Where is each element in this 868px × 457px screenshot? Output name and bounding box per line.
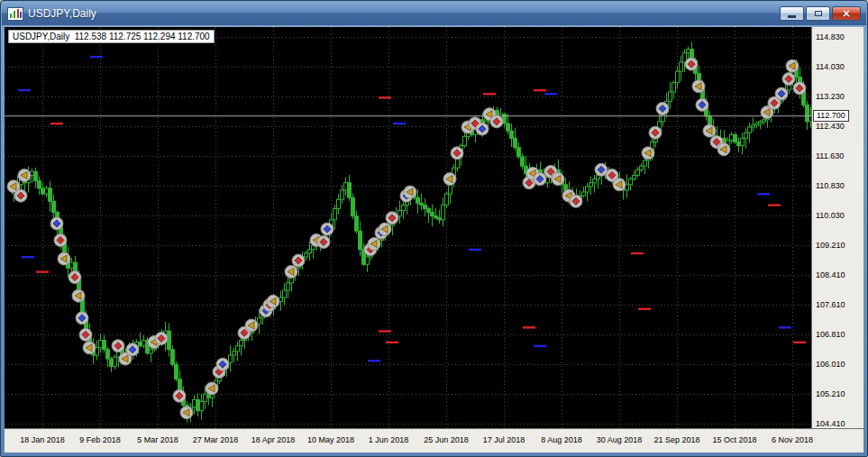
price-tick-label: 111.630 bbox=[816, 151, 844, 160]
trade-marker[interactable] bbox=[76, 312, 88, 324]
ohlc-info-label: USDJPY,Daily 112.538 112.725 112.294 112… bbox=[8, 30, 215, 43]
trade-marker[interactable] bbox=[72, 289, 85, 302]
price-tick-label: 110.830 bbox=[816, 181, 845, 190]
candle bbox=[333, 209, 337, 220]
trade-marker[interactable] bbox=[782, 73, 795, 86]
trade-marker[interactable] bbox=[292, 254, 305, 267]
trade-marker[interactable] bbox=[703, 124, 716, 137]
trade-level-dash bbox=[544, 93, 557, 95]
trade-marker[interactable] bbox=[245, 319, 258, 332]
candle bbox=[427, 209, 431, 213]
trade-marker[interactable] bbox=[173, 389, 186, 402]
date-tick-label: 21 Sep 2018 bbox=[653, 435, 699, 444]
trade-level-dash bbox=[469, 249, 481, 251]
candle bbox=[510, 131, 514, 138]
candle bbox=[745, 133, 748, 138]
candle bbox=[229, 355, 233, 362]
date-tick-label: 25 Jun 2018 bbox=[424, 435, 469, 444]
restore-button[interactable] bbox=[806, 6, 830, 21]
candle bbox=[114, 357, 117, 366]
candle bbox=[589, 183, 593, 187]
titlebar[interactable]: USDJPY,Daily × bbox=[2, 2, 866, 25]
candle bbox=[352, 197, 355, 216]
candle bbox=[514, 138, 517, 147]
trade-marker[interactable] bbox=[379, 223, 391, 235]
trade-marker[interactable] bbox=[642, 147, 654, 160]
trade-marker[interactable] bbox=[793, 82, 806, 95]
trade-marker[interactable] bbox=[696, 98, 708, 111]
trade-marker[interactable] bbox=[267, 295, 279, 307]
trade-marker[interactable] bbox=[649, 126, 662, 139]
candle bbox=[49, 188, 52, 201]
trade-level-dash bbox=[90, 56, 103, 58]
candle bbox=[283, 290, 287, 297]
price-tick-label: 114.830 bbox=[816, 32, 845, 41]
candle bbox=[240, 341, 243, 346]
price-axis[interactable]: 114.830114.030113.230112.430111.630110.8… bbox=[811, 27, 863, 428]
close-button[interactable]: × bbox=[832, 6, 861, 21]
trade-marker[interactable] bbox=[552, 173, 564, 186]
time-axis[interactable]: 18 Jan 20189 Feb 20185 Mar 201827 Mar 20… bbox=[5, 428, 863, 452]
candle bbox=[196, 399, 200, 410]
trade-marker[interactable] bbox=[717, 143, 730, 156]
trade-marker[interactable] bbox=[656, 102, 669, 114]
trade-marker[interactable] bbox=[534, 173, 546, 186]
trade-marker[interactable] bbox=[786, 59, 799, 72]
trade-marker[interactable] bbox=[18, 169, 31, 182]
candle bbox=[672, 83, 676, 92]
price-tick-label: 105.210 bbox=[816, 389, 845, 398]
trade-marker[interactable] bbox=[775, 87, 788, 100]
trade-level-dash bbox=[379, 330, 391, 332]
candle bbox=[680, 62, 683, 71]
candle bbox=[424, 205, 427, 208]
trade-marker[interactable] bbox=[476, 123, 489, 135]
trade-marker[interactable] bbox=[317, 236, 330, 249]
candle bbox=[669, 92, 672, 101]
minimize-button[interactable] bbox=[780, 6, 804, 21]
trade-marker[interactable] bbox=[404, 186, 416, 198]
trade-level-dash bbox=[36, 270, 49, 272]
trade-marker[interactable] bbox=[180, 407, 193, 419]
chart-plot[interactable]: USDJPY,Daily 112.538 112.725 112.294 112… bbox=[5, 27, 811, 428]
trade-marker[interactable] bbox=[50, 217, 63, 230]
trade-marker[interactable] bbox=[126, 343, 139, 356]
restore-icon bbox=[815, 11, 822, 16]
price-chart-svg bbox=[5, 27, 811, 428]
trade-marker[interactable] bbox=[206, 382, 218, 395]
trade-marker[interactable] bbox=[14, 189, 27, 202]
trade-marker[interactable] bbox=[490, 115, 503, 128]
trade-marker[interactable] bbox=[58, 252, 70, 265]
trade-marker[interactable] bbox=[112, 340, 124, 352]
trade-marker[interactable] bbox=[368, 238, 380, 251]
chart-client-area: USDJPY,Daily 112.538 112.725 112.294 112… bbox=[5, 26, 863, 452]
trade-marker[interactable] bbox=[216, 358, 229, 370]
trade-marker[interactable] bbox=[83, 342, 96, 354]
candle bbox=[445, 194, 449, 205]
window-title: USDJPY,Daily bbox=[28, 7, 780, 20]
trade-marker[interactable] bbox=[386, 212, 398, 224]
candle bbox=[359, 231, 362, 250]
price-tick-label: 107.610 bbox=[816, 300, 845, 309]
date-tick-label: 9 Feb 2018 bbox=[79, 435, 121, 444]
price-tick-label: 104.410 bbox=[816, 419, 845, 428]
candle bbox=[142, 341, 146, 346]
trade-marker[interactable] bbox=[613, 178, 626, 191]
trade-marker[interactable] bbox=[685, 58, 698, 70]
trade-marker[interactable] bbox=[155, 332, 168, 344]
trade-marker[interactable] bbox=[321, 223, 333, 235]
trade-marker[interactable] bbox=[451, 147, 463, 160]
price-tick-label: 109.210 bbox=[816, 241, 845, 250]
candle bbox=[34, 171, 38, 180]
trade-marker[interactable] bbox=[285, 265, 297, 278]
trade-level-dash bbox=[368, 360, 380, 361]
trade-marker[interactable] bbox=[443, 173, 456, 186]
trade-marker[interactable] bbox=[570, 195, 582, 207]
minimize-icon bbox=[788, 15, 796, 18]
trade-marker[interactable] bbox=[692, 80, 705, 93]
candle bbox=[629, 179, 633, 185]
trade-marker[interactable] bbox=[69, 271, 81, 284]
candle bbox=[644, 160, 647, 166]
candle bbox=[175, 364, 178, 379]
trade-marker[interactable] bbox=[54, 233, 67, 246]
trade-marker[interactable] bbox=[79, 328, 92, 341]
